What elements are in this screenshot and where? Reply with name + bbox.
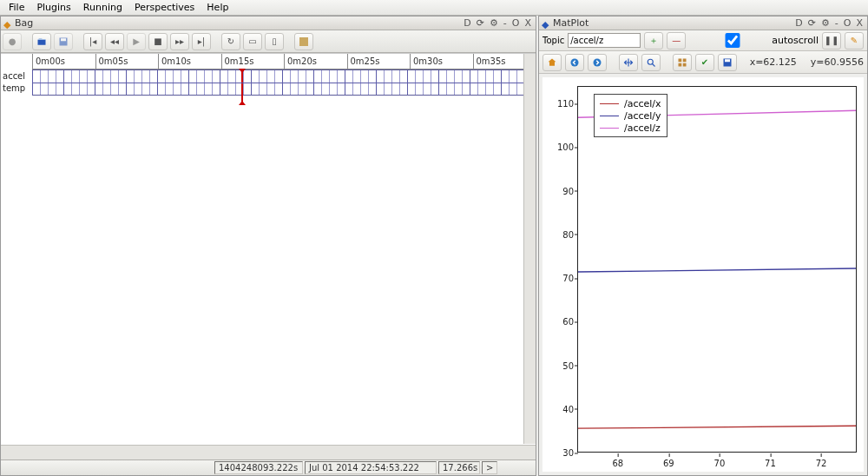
svg-rect-6	[679, 58, 682, 62]
record-button[interactable]: ●	[3, 33, 22, 50]
menu-plugins[interactable]: Plugins	[31, 1, 76, 14]
time-tick: 0m20s	[284, 54, 317, 69]
savefig-icon[interactable]	[718, 54, 737, 71]
svg-line-5	[653, 63, 655, 66]
home-icon[interactable]	[542, 54, 562, 71]
time-tick: 0m00s	[32, 54, 65, 69]
status-epoch: 1404248093.222s	[214, 461, 303, 474]
x-tick: 68	[612, 459, 623, 468]
matplot-window-buttons: D ⟳ ⚙ - O X	[793, 17, 865, 29]
menu-perspectives[interactable]: Perspectives	[129, 1, 200, 14]
bag-btn-reload[interactable]: ⟳	[475, 17, 486, 29]
customize-icon[interactable]: ✔	[695, 54, 714, 71]
time-tick: 0m10s	[158, 54, 191, 69]
skip-end-button[interactable]: ▸|	[192, 33, 211, 50]
thumbnails-button[interactable]	[294, 33, 313, 50]
bag-btn-d[interactable]: D	[462, 17, 472, 29]
pause-button[interactable]: ❚❚	[822, 32, 841, 50]
remove-topic-button[interactable]: —	[667, 32, 686, 50]
stop-button[interactable]: ■	[148, 33, 168, 50]
mat-btn-min[interactable]: -	[833, 17, 840, 29]
autoscroll-checkbox[interactable]	[696, 33, 769, 48]
step-fwd-button[interactable]: ▸▸	[170, 33, 189, 50]
zoom-icon[interactable]	[641, 54, 661, 71]
y-tick: 80	[542, 229, 574, 239]
coord-y: 60.9556	[825, 56, 865, 68]
pan-icon[interactable]	[619, 54, 638, 71]
plot-lines	[578, 87, 856, 452]
coord-x: 62.125	[763, 56, 797, 68]
add-topic-button[interactable]: ＋	[644, 32, 663, 50]
status-datetime: Jul 01 2014 22:54:53.222	[305, 461, 437, 474]
y-tick: 100	[542, 142, 574, 152]
vertical-scrollbar[interactable]	[523, 54, 536, 444]
step-back-button[interactable]: ◂◂	[105, 33, 124, 50]
y-tick: 30	[542, 448, 574, 458]
subplots-icon[interactable]	[673, 54, 692, 71]
open-button[interactable]	[32, 33, 51, 50]
skip-start-button[interactable]: |◂	[83, 33, 102, 50]
y-tick: 50	[542, 360, 574, 370]
back-icon[interactable]	[565, 54, 584, 71]
bag-btn-close[interactable]: X	[523, 17, 533, 29]
clear-button[interactable]: ✎	[845, 32, 864, 50]
plot-icon: ◆	[542, 19, 550, 28]
zoom-out-button[interactable]: ▭	[243, 33, 262, 50]
menubar: File Plugins Running Perspectives Help	[0, 0, 868, 16]
x-tick: 70	[714, 459, 726, 468]
menu-running[interactable]: Running	[78, 1, 128, 14]
x-tick: 72	[816, 459, 827, 468]
bag-btn-max[interactable]: O	[510, 17, 522, 29]
time-tick: 0m30s	[410, 54, 443, 69]
svg-point-4	[648, 59, 653, 64]
topic-input[interactable]	[568, 33, 641, 48]
loop-button[interactable]: ↻	[221, 33, 240, 50]
playhead[interactable]	[241, 70, 243, 102]
legend-item: /accel/x	[600, 97, 661, 109]
legend-label: /accel/x	[624, 98, 661, 109]
bag-toolbar: ● |◂ ◂◂ ▶ ■ ▸▸ ▸| ↻ ▭ ▯	[1, 30, 536, 53]
y-tick: 40	[542, 404, 574, 413]
y-tick: 110	[542, 99, 574, 109]
forward-icon[interactable]	[588, 54, 607, 71]
matplot-titlebar: ◆ MatPlot D ⟳ ⚙ - O X	[539, 17, 867, 30]
autoscroll-check[interactable]: autoscroll	[696, 33, 819, 48]
autoscroll-label: autoscroll	[772, 35, 819, 46]
zoom-in-button[interactable]: ▯	[265, 33, 284, 50]
time-tick: 0m35s	[473, 54, 506, 69]
menu-help[interactable]: Help	[201, 1, 233, 14]
bag-btn-min[interactable]: -	[502, 17, 509, 29]
track-area[interactable]	[32, 69, 536, 96]
topic-label: Topic	[542, 36, 564, 45]
bag-icon: ◆	[3, 19, 12, 28]
timeline[interactable]: 0m00s 0m05s 0m10s 0m15s 0m20s 0m25s 0m30…	[1, 53, 536, 459]
coord-x-label: x=	[750, 56, 764, 68]
legend: /accel/x /accel/y /accel/z	[594, 94, 667, 137]
matplot-title: MatPlot	[553, 17, 589, 29]
status-direction: >	[482, 461, 497, 474]
horizontal-scrollbar[interactable]	[1, 445, 536, 459]
y-tick: 90	[542, 186, 574, 195]
svg-point-2	[571, 58, 579, 66]
mat-btn-max[interactable]: O	[842, 17, 853, 29]
save-button[interactable]	[54, 33, 73, 50]
menu-file[interactable]: File	[3, 1, 30, 14]
bag-title: Bag	[15, 17, 33, 29]
bag-panel: ◆ Bag D ⟳ ⚙ - O X ● |◂ ◂◂ ▶ ■ ▸▸ ▸|	[0, 16, 536, 476]
x-tick: 71	[765, 459, 776, 468]
row-label-temp: temp	[3, 82, 30, 95]
status-elapsed: 17.266s	[438, 461, 480, 474]
cursor-coord: x=62.125 y=60.9556	[750, 56, 864, 68]
mat-btn-reload[interactable]: ⟳	[806, 17, 818, 29]
row-label-accel: accel	[3, 69, 30, 83]
play-button[interactable]: ▶	[127, 33, 146, 50]
bag-window-buttons: D ⟳ ⚙ - O X	[462, 17, 533, 29]
mat-btn-close[interactable]: X	[854, 17, 865, 29]
plot-area[interactable]: /accel/x /accel/y /accel/z 3040506070809…	[542, 77, 864, 472]
x-tick: 69	[663, 459, 674, 468]
svg-rect-9	[683, 63, 687, 66]
bag-statusbar: 1404248093.222s Jul 01 2014 22:54:53.222…	[1, 459, 536, 475]
mat-btn-settings[interactable]: ⚙	[819, 17, 832, 29]
bag-btn-settings[interactable]: ⚙	[488, 17, 500, 29]
mat-btn-d[interactable]: D	[793, 17, 804, 29]
